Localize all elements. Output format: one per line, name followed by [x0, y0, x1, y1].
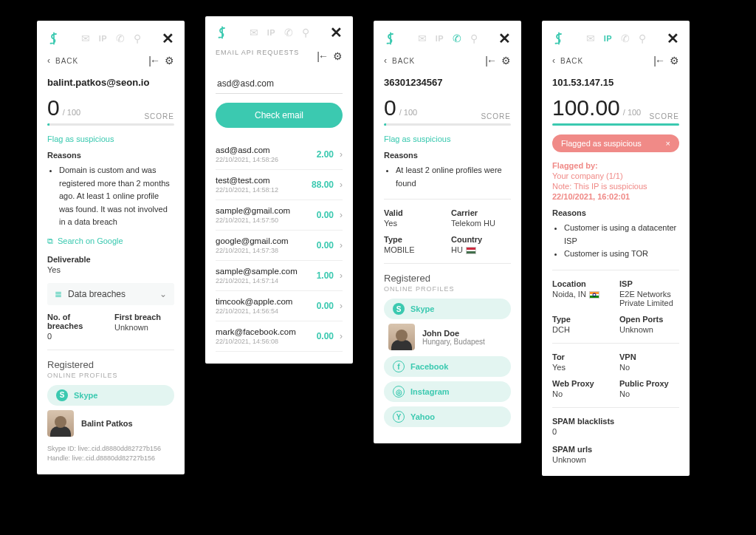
profile-skype[interactable]: SSkype	[47, 385, 174, 406]
list-item-email: sample@gmail.com	[216, 206, 290, 215]
no-breaches-value: 0	[47, 332, 107, 341]
location-icon[interactable]: ⚲	[470, 33, 478, 44]
topbar-tabs: ✉ IP ✆ ⚲	[81, 33, 141, 44]
close-icon[interactable]: ✕	[330, 24, 343, 41]
phone-icon[interactable]: ✆	[621, 33, 630, 44]
tor-label: Tor	[552, 352, 612, 361]
first-breach-value: Unknown	[114, 323, 174, 332]
flag-hu-icon	[466, 247, 476, 254]
reason-item: At least 2 online profiles were found	[396, 164, 511, 190]
list-item-timestamp: 22/10/2021, 14:56:08	[216, 338, 296, 345]
panel-email-api: ✉ IP ✆ ⚲ ✕ EMAIL API REQUESTS |← ⚙ Check…	[205, 16, 353, 364]
mail-icon[interactable]: ✉	[418, 33, 427, 44]
suspicious-banner: Flagged as suspicious ×	[552, 134, 679, 152]
profile-yahoo[interactable]: YYahoo	[384, 406, 511, 427]
ports-label: Open Ports	[619, 315, 679, 324]
no-breaches-label: No. of breaches	[47, 313, 107, 330]
location-label: Location	[552, 279, 612, 288]
location-icon[interactable]: ⚲	[639, 33, 646, 44]
collapse-icon[interactable]: |←	[148, 55, 159, 67]
list-item[interactable]: timcook@apple.com22/10/2021, 14:56:540.0…	[216, 291, 343, 321]
phone-icon[interactable]: ✆	[453, 33, 461, 44]
logo-icon	[552, 32, 566, 45]
mail-icon[interactable]: ✉	[586, 33, 595, 44]
chevron-right-icon: ›	[340, 210, 343, 220]
location-value: Noida, IN	[552, 290, 612, 299]
chevron-right-icon: ›	[340, 301, 343, 311]
ip-tab[interactable]: IP	[604, 35, 612, 43]
check-email-button[interactable]: Check email	[216, 103, 343, 128]
profile-instagram[interactable]: ◎Instagram	[384, 381, 511, 402]
mail-icon[interactable]: ✉	[81, 33, 90, 44]
subject-phone: 36301234567	[384, 77, 511, 88]
collapse-icon[interactable]: |←	[317, 50, 327, 62]
list-item[interactable]: sample@sample.com22/10/2021, 14:57:141.0…	[216, 261, 343, 291]
api-title: EMAIL API REQUESTS	[216, 49, 299, 56]
list-item[interactable]: asd@asd.com22/10/2021, 14:58:262.00›	[216, 140, 343, 170]
back-button[interactable]: ‹BACK	[47, 55, 78, 66]
carrier-label: Carrier	[451, 208, 511, 217]
close-icon[interactable]: ✕	[498, 30, 511, 47]
list-item-timestamp: 22/10/2021, 14:58:26	[216, 156, 278, 163]
score-value: 100.00	[552, 95, 620, 120]
list-item[interactable]: google@gmail.com22/10/2021, 14:57:380.00…	[216, 231, 343, 261]
tor-value: Yes	[552, 363, 612, 372]
logo-icon	[384, 32, 397, 45]
data-breaches-toggle[interactable]: ≣Data breaches ⌄	[47, 283, 174, 305]
list-item-score: 0.00	[317, 240, 334, 251]
gear-icon[interactable]: ⚙	[333, 50, 343, 62]
reasons-heading: Reasons	[384, 151, 511, 160]
back-button[interactable]: ‹BACK	[384, 55, 415, 66]
list-item[interactable]: test@test.com22/10/2021, 14:58:1288.00›	[216, 170, 343, 200]
chevron-right-icon: ›	[340, 180, 343, 190]
list-item-score: 1.00	[317, 270, 334, 281]
mail-icon[interactable]: ✉	[250, 27, 258, 38]
reasons-list: Customer is using a datacenter ISP Custo…	[552, 222, 679, 261]
dismiss-banner-icon[interactable]: ×	[666, 139, 670, 148]
list-item[interactable]: sample@gmail.com22/10/2021, 14:57:500.00…	[216, 200, 343, 231]
search-google-link[interactable]: ⧉Search on Google	[47, 236, 174, 246]
profile-skype[interactable]: SSkype	[384, 299, 511, 319]
gear-icon[interactable]: ⚙	[670, 55, 679, 67]
registered-heading: Registered	[384, 273, 511, 284]
list-item-timestamp: 22/10/2021, 14:57:38	[216, 247, 289, 254]
gear-icon[interactable]: ⚙	[501, 55, 511, 67]
subject-ip: 101.53.147.15	[552, 77, 679, 88]
location-icon[interactable]: ⚲	[302, 27, 309, 38]
person-row: Balint Patkos	[47, 410, 174, 437]
list-item-score: 0.00	[317, 210, 334, 220]
email-input[interactable]	[216, 74, 343, 94]
isp-value: E2E Networks Private Limited	[619, 290, 679, 307]
list-item-score: 2.00	[317, 149, 334, 160]
chevron-left-icon: ‹	[384, 55, 388, 66]
phone-icon[interactable]: ✆	[116, 33, 125, 44]
skype-icon: S	[56, 389, 68, 401]
location-icon[interactable]: ⚲	[134, 33, 141, 44]
flag-in-icon	[589, 291, 599, 299]
ip-tab[interactable]: IP	[99, 35, 107, 43]
gear-icon[interactable]: ⚙	[165, 55, 174, 67]
close-icon[interactable]: ✕	[162, 30, 174, 47]
deliverable-value: Yes	[47, 265, 174, 274]
person-name: Balint Patkos	[81, 419, 133, 428]
list-item-timestamp: 22/10/2021, 14:58:12	[216, 186, 278, 194]
avatar	[388, 324, 415, 350]
flag-suspicious-link[interactable]: Flag as suspicious	[384, 134, 511, 143]
list-item-email: test@test.com	[216, 176, 278, 185]
list-item-email: sample@sample.com	[216, 267, 298, 276]
ip-tab[interactable]: IP	[267, 29, 275, 37]
flag-suspicious-link[interactable]: Flag as suspicious	[47, 134, 174, 143]
profile-facebook[interactable]: fFacebook	[384, 356, 511, 377]
back-button[interactable]: ‹BACK	[552, 55, 583, 66]
vpn-label: VPN	[619, 352, 679, 361]
phone-icon[interactable]: ✆	[284, 27, 293, 38]
list-item[interactable]: mark@facebook.com22/10/2021, 14:56:080.0…	[216, 321, 343, 352]
collapse-icon[interactable]: |←	[653, 55, 664, 67]
type-value: DCH	[552, 325, 612, 334]
facebook-icon: f	[393, 361, 405, 372]
ip-tab[interactable]: IP	[436, 35, 444, 43]
external-link-icon: ⧉	[47, 236, 53, 246]
close-icon[interactable]: ✕	[667, 30, 679, 47]
webproxy-label: Web Proxy	[552, 379, 612, 388]
collapse-icon[interactable]: |←	[485, 55, 495, 67]
